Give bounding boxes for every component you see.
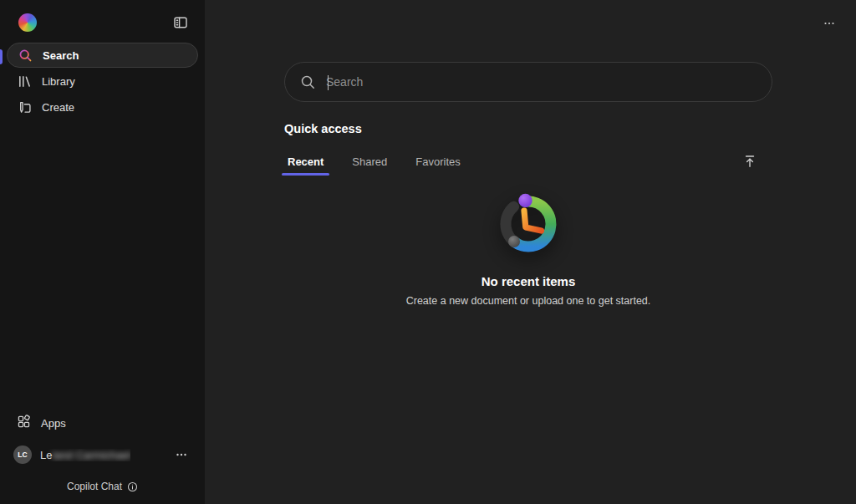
window-more-button[interactable] [819, 13, 839, 33]
sidebar-toggle-button[interactable] [170, 12, 191, 33]
copilot-chat-link[interactable]: Copilot Chat [7, 477, 198, 496]
user-name: Leland Carmichael [40, 449, 130, 461]
sidebar-header [0, 0, 205, 42]
search-icon [18, 48, 33, 63]
clock-illustration [493, 189, 563, 259]
sidebar-bottom: Apps LC Leland Carmichael C [0, 410, 205, 504]
user-name-prefix: Le [40, 449, 52, 461]
create-icon [17, 99, 32, 115]
sidebar-item-apps[interactable]: Apps [7, 410, 198, 435]
quick-access-title: Quick access [284, 122, 772, 135]
upload-icon [742, 154, 757, 169]
active-tab-underline [282, 173, 329, 176]
upload-button[interactable] [739, 150, 761, 172]
sidebar-item-search[interactable]: Search [7, 43, 198, 68]
tab-label: Shared [352, 155, 387, 168]
tab-label: Favorites [415, 155, 460, 168]
info-icon[interactable] [127, 481, 138, 492]
copilot-chat-label: Copilot Chat [67, 481, 122, 492]
search-bar[interactable] [284, 62, 772, 102]
sidebar-nav: Search Library [0, 42, 205, 120]
user-more-button[interactable] [171, 445, 191, 465]
main-content: Quick access Recent Shared Favorites [284, 0, 772, 307]
user-account-row[interactable]: LC Leland Carmichael [7, 440, 198, 469]
tab-label: Recent [288, 155, 324, 168]
sidebar: Search Library [0, 0, 205, 504]
apps-grid-icon [17, 415, 31, 431]
main-area: Quick access Recent Shared Favorites [205, 0, 856, 504]
more-icon [175, 448, 188, 461]
user-avatar: LC [13, 445, 32, 464]
copilot-app-window: Search Library [0, 0, 856, 504]
sidebar-item-library[interactable]: Library [7, 69, 198, 94]
more-icon [823, 17, 836, 30]
user-name-blurred: land Carmichael [52, 449, 130, 461]
quick-access-tabs: Recent Shared Favorites [284, 152, 772, 176]
sidebar-spacer [0, 120, 205, 410]
search-input[interactable] [326, 75, 757, 89]
empty-state: No recent items Create a new document or… [284, 189, 772, 307]
tab-recent[interactable]: Recent [284, 152, 327, 176]
empty-state-title: No recent items [482, 274, 576, 288]
sidebar-item-label: Search [43, 49, 79, 62]
sidebar-item-create[interactable]: Create [7, 94, 198, 120]
tab-favorites[interactable]: Favorites [412, 152, 463, 176]
selected-item-accent-bar [0, 49, 3, 64]
copilot-logo-icon[interactable] [18, 13, 37, 32]
library-icon [17, 74, 32, 89]
text-caret [328, 75, 329, 90]
tab-shared[interactable]: Shared [349, 152, 390, 176]
sidebar-item-label: Create [42, 101, 74, 114]
magnifier-icon [300, 74, 316, 90]
sidebar-toggle-icon [173, 15, 188, 30]
avatar-initials: LC [18, 451, 27, 459]
empty-state-subtitle: Create a new document or upload one to g… [406, 295, 651, 307]
sidebar-item-label: Library [42, 75, 75, 88]
apps-label: Apps [41, 417, 66, 430]
